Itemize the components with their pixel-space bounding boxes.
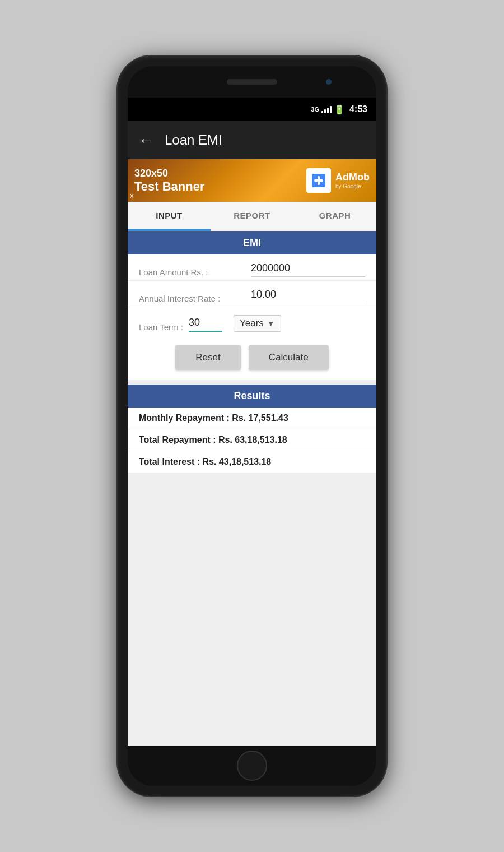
loan-amount-label: Loan Amount Rs. : (139, 267, 251, 277)
front-camera (326, 79, 332, 85)
speaker-grille (227, 79, 277, 85)
time-display: 4:53 (349, 104, 367, 114)
screen: 3G 🔋 4:53 ← Loan EMI x (128, 98, 376, 746)
calculate-button[interactable]: Calculate (249, 345, 329, 370)
status-bar: 3G 🔋 4:53 (128, 98, 376, 121)
ad-text-block: 320x50 Test Banner (134, 168, 306, 194)
home-button[interactable] (237, 751, 267, 781)
ad-close-button[interactable]: x (130, 191, 134, 200)
action-bar: ← Loan EMI (128, 121, 376, 159)
interest-rate-row: Annual Interest Rate : 10.00 (128, 281, 376, 307)
phone-screen-container: 3G 🔋 4:53 ← Loan EMI x (128, 66, 376, 786)
total-repayment-row: Total Repayment : Rs. 63,18,513.18 (128, 429, 376, 451)
total-interest-label: Total Interest : (139, 457, 200, 466)
admob-logo: AdMob by Google (306, 168, 370, 193)
results-header-text: Results (234, 390, 270, 401)
admob-label: AdMob (335, 172, 370, 183)
loan-term-unit-label: Years (240, 318, 264, 329)
ad-size-label: 320x50 (134, 168, 306, 179)
emi-header-text: EMI (243, 237, 261, 248)
results-header: Results (128, 385, 376, 408)
loan-term-unit-dropdown[interactable]: Years ▼ (234, 315, 281, 332)
loan-term-row: Loan Term : 30 Years ▼ (128, 307, 376, 335)
loan-amount-value[interactable]: 2000000 (251, 262, 365, 277)
phone-bottom-bar (128, 746, 376, 786)
content-area: EMI Loan Amount Rs. : 2000000 Annual Int… (128, 231, 376, 746)
phone-top-bar (128, 66, 376, 98)
dropdown-arrow-icon: ▼ (267, 319, 275, 328)
ad-banner-label: Test Banner (134, 179, 306, 194)
interest-rate-value[interactable]: 10.00 (251, 289, 365, 303)
back-button[interactable]: ← (139, 132, 153, 149)
loan-term-input[interactable]: 30 (189, 317, 222, 332)
total-interest-value: Rs. 43,18,513.18 (203, 457, 272, 466)
admob-text-block: AdMob by Google (335, 172, 370, 189)
signal-icon (321, 105, 332, 113)
total-repayment-value: Rs. 63,18,513.18 (218, 435, 287, 444)
interest-rate-label: Annual Interest Rate : (139, 294, 251, 303)
tab-graph[interactable]: GRAPH (293, 202, 376, 231)
network-label: 3G (311, 106, 319, 113)
reset-button[interactable]: Reset (175, 345, 240, 370)
loan-amount-row: Loan Amount Rs. : 2000000 (128, 254, 376, 281)
tab-input[interactable]: INPUT (128, 202, 211, 231)
battery-icon: 🔋 (334, 104, 345, 115)
emi-section-header: EMI (128, 231, 376, 254)
ad-banner[interactable]: x 320x50 Test Banner AdMob (128, 159, 376, 202)
status-icons: 3G 🔋 4:53 (311, 104, 367, 115)
tab-bar: INPUT REPORT GRAPH (128, 202, 376, 231)
screen-title: Loan EMI (165, 132, 222, 148)
admob-icon (306, 168, 331, 193)
loan-term-label: Loan Term : (139, 322, 183, 332)
monthly-repayment-label: Monthly Repayment : (139, 413, 230, 423)
svg-rect-2 (318, 176, 320, 185)
action-buttons: Reset Calculate (128, 335, 376, 380)
tab-report[interactable]: REPORT (211, 202, 293, 231)
monthly-repayment-value: Rs. 17,551.43 (232, 413, 288, 423)
phone-device: 3G 🔋 4:53 ← Loan EMI x (118, 56, 386, 796)
total-repayment-label: Total Repayment : (139, 435, 216, 444)
monthly-repayment-row: Monthly Repayment : Rs. 17,551.43 (128, 408, 376, 429)
results-section: Results Monthly Repayment : Rs. 17,551.4… (128, 385, 376, 473)
input-form: Loan Amount Rs. : 2000000 Annual Interes… (128, 254, 376, 380)
admob-by-label: by Google (335, 183, 370, 189)
total-interest-row: Total Interest : Rs. 43,18,513.18 (128, 451, 376, 473)
